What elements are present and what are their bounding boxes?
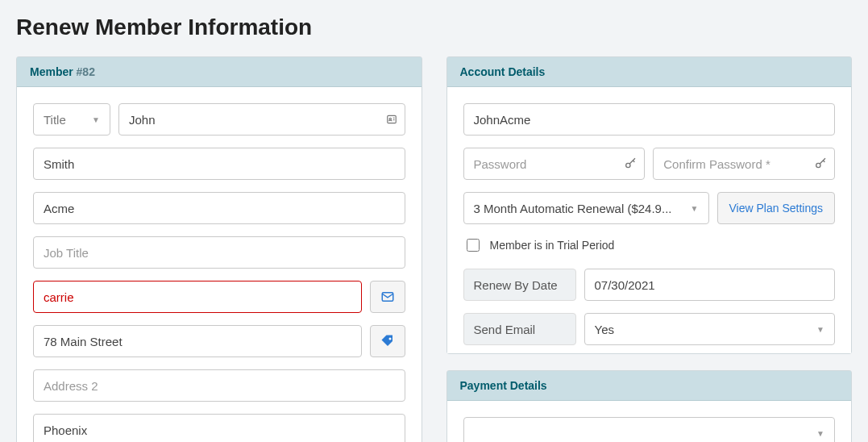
email-icon-addon [370, 281, 405, 313]
address2-input[interactable] [33, 369, 405, 402]
confirm-password-input[interactable] [653, 148, 835, 180]
chevron-down-icon: ▼ [816, 325, 824, 334]
password-input[interactable] [463, 148, 646, 180]
chevron-down-icon: ▼ [691, 204, 699, 213]
tag-icon [380, 334, 395, 348]
member-header-prefix: Member [30, 65, 77, 78]
renew-by-label: Renew By Date [463, 269, 576, 301]
job-title-input[interactable] [33, 236, 405, 269]
renew-by-date-input[interactable] [584, 269, 836, 301]
city-input[interactable] [33, 414, 405, 442]
email-input[interactable] [33, 281, 362, 313]
member-panel: Member #82 Title ▼ [16, 56, 422, 442]
company-input[interactable] [33, 192, 405, 224]
send-email-label: Send Email [463, 313, 576, 345]
plan-select[interactable]: 3 Month Automatic Renewal ($24.9... ▼ [463, 192, 709, 224]
tag-icon-addon [370, 325, 405, 357]
view-plan-settings-button[interactable]: View Plan Settings [717, 192, 835, 224]
account-panel: Account Details [446, 56, 853, 354]
payment-panel-header: Payment Details [447, 371, 852, 401]
trial-period-label: Member is in Trial Period [490, 239, 615, 252]
last-name-input[interactable] [33, 148, 405, 180]
svg-point-5 [388, 338, 391, 340]
chevron-down-icon: ▼ [92, 115, 100, 124]
member-header-number: #82 [77, 65, 95, 78]
title-select-placeholder: Title [44, 113, 66, 127]
payment-select[interactable]: ▼ [463, 417, 836, 442]
payment-panel: Payment Details ▼ [446, 370, 853, 442]
member-panel-header: Member #82 [17, 57, 422, 87]
title-select[interactable]: Title ▼ [33, 103, 110, 136]
plan-select-value: 3 Month Automatic Renewal ($24.9... [474, 202, 672, 215]
send-email-value: Yes [595, 323, 614, 336]
send-email-select[interactable]: Yes ▼ [584, 313, 836, 345]
page-title: Renew Member Information [0, 0, 868, 48]
account-panel-header: Account Details [447, 57, 852, 87]
chevron-down-icon: ▼ [816, 429, 824, 438]
trial-period-checkbox[interactable] [467, 239, 480, 252]
username-input[interactable] [463, 103, 836, 136]
address1-input[interactable] [33, 325, 362, 357]
first-name-input[interactable] [118, 103, 405, 136]
mail-icon [380, 290, 395, 304]
